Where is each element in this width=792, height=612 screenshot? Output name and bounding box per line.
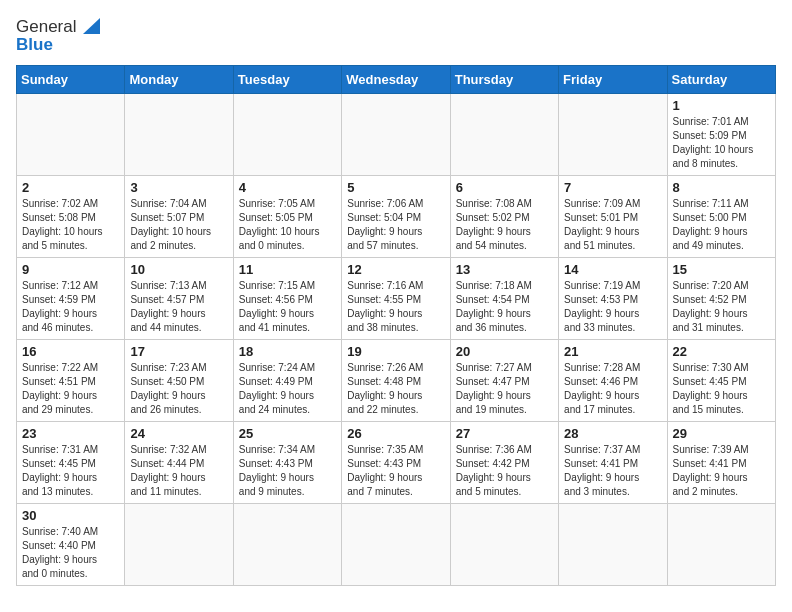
calendar-cell [667,503,775,585]
calendar-cell: 22Sunrise: 7:30 AM Sunset: 4:45 PM Dayli… [667,339,775,421]
calendar-cell: 5Sunrise: 7:06 AM Sunset: 5:04 PM Daylig… [342,175,450,257]
calendar-cell [125,93,233,175]
calendar-cell: 15Sunrise: 7:20 AM Sunset: 4:52 PM Dayli… [667,257,775,339]
dow-header-friday: Friday [559,65,667,93]
calendar-cell: 6Sunrise: 7:08 AM Sunset: 5:02 PM Daylig… [450,175,558,257]
day-number: 30 [22,508,119,523]
calendar-cell: 8Sunrise: 7:11 AM Sunset: 5:00 PM Daylig… [667,175,775,257]
day-number: 15 [673,262,770,277]
day-number: 8 [673,180,770,195]
day-number: 16 [22,344,119,359]
calendar-cell: 26Sunrise: 7:35 AM Sunset: 4:43 PM Dayli… [342,421,450,503]
calendar-cell [233,93,341,175]
day-info: Sunrise: 7:04 AM Sunset: 5:07 PM Dayligh… [130,197,227,253]
day-number: 23 [22,426,119,441]
day-info: Sunrise: 7:39 AM Sunset: 4:41 PM Dayligh… [673,443,770,499]
day-info: Sunrise: 7:40 AM Sunset: 4:40 PM Dayligh… [22,525,119,581]
calendar-cell: 1Sunrise: 7:01 AM Sunset: 5:09 PM Daylig… [667,93,775,175]
day-number: 20 [456,344,553,359]
calendar-cell: 28Sunrise: 7:37 AM Sunset: 4:41 PM Dayli… [559,421,667,503]
day-number: 5 [347,180,444,195]
calendar-cell: 4Sunrise: 7:05 AM Sunset: 5:05 PM Daylig… [233,175,341,257]
calendar-table: SundayMondayTuesdayWednesdayThursdayFrid… [16,65,776,586]
svg-marker-0 [83,18,100,34]
logo-triangle-icon [78,16,100,38]
calendar-cell: 12Sunrise: 7:16 AM Sunset: 4:55 PM Dayli… [342,257,450,339]
day-number: 13 [456,262,553,277]
calendar-cell: 14Sunrise: 7:19 AM Sunset: 4:53 PM Dayli… [559,257,667,339]
calendar-cell: 27Sunrise: 7:36 AM Sunset: 4:42 PM Dayli… [450,421,558,503]
day-info: Sunrise: 7:19 AM Sunset: 4:53 PM Dayligh… [564,279,661,335]
dow-header-thursday: Thursday [450,65,558,93]
day-info: Sunrise: 7:16 AM Sunset: 4:55 PM Dayligh… [347,279,444,335]
day-info: Sunrise: 7:28 AM Sunset: 4:46 PM Dayligh… [564,361,661,417]
logo-blue: Blue [16,36,100,55]
calendar-cell: 13Sunrise: 7:18 AM Sunset: 4:54 PM Dayli… [450,257,558,339]
day-number: 6 [456,180,553,195]
calendar-cell [17,93,125,175]
day-info: Sunrise: 7:08 AM Sunset: 5:02 PM Dayligh… [456,197,553,253]
calendar-cell [342,503,450,585]
logo-container: General Blue [16,16,100,55]
dow-header-saturday: Saturday [667,65,775,93]
day-number: 3 [130,180,227,195]
calendar-cell: 10Sunrise: 7:13 AM Sunset: 4:57 PM Dayli… [125,257,233,339]
day-info: Sunrise: 7:34 AM Sunset: 4:43 PM Dayligh… [239,443,336,499]
dow-header-tuesday: Tuesday [233,65,341,93]
day-number: 1 [673,98,770,113]
calendar-cell [233,503,341,585]
calendar-cell: 11Sunrise: 7:15 AM Sunset: 4:56 PM Dayli… [233,257,341,339]
day-info: Sunrise: 7:22 AM Sunset: 4:51 PM Dayligh… [22,361,119,417]
day-info: Sunrise: 7:37 AM Sunset: 4:41 PM Dayligh… [564,443,661,499]
calendar-cell [450,503,558,585]
day-number: 18 [239,344,336,359]
day-number: 12 [347,262,444,277]
logo-general: General [16,18,76,37]
day-number: 9 [22,262,119,277]
day-number: 25 [239,426,336,441]
day-info: Sunrise: 7:31 AM Sunset: 4:45 PM Dayligh… [22,443,119,499]
day-info: Sunrise: 7:02 AM Sunset: 5:08 PM Dayligh… [22,197,119,253]
calendar-cell: 29Sunrise: 7:39 AM Sunset: 4:41 PM Dayli… [667,421,775,503]
day-info: Sunrise: 7:12 AM Sunset: 4:59 PM Dayligh… [22,279,119,335]
day-info: Sunrise: 7:24 AM Sunset: 4:49 PM Dayligh… [239,361,336,417]
day-info: Sunrise: 7:20 AM Sunset: 4:52 PM Dayligh… [673,279,770,335]
day-number: 22 [673,344,770,359]
calendar-cell: 3Sunrise: 7:04 AM Sunset: 5:07 PM Daylig… [125,175,233,257]
day-number: 19 [347,344,444,359]
day-number: 29 [673,426,770,441]
calendar-cell: 9Sunrise: 7:12 AM Sunset: 4:59 PM Daylig… [17,257,125,339]
day-number: 11 [239,262,336,277]
day-info: Sunrise: 7:27 AM Sunset: 4:47 PM Dayligh… [456,361,553,417]
calendar-cell: 16Sunrise: 7:22 AM Sunset: 4:51 PM Dayli… [17,339,125,421]
day-number: 24 [130,426,227,441]
dow-header-monday: Monday [125,65,233,93]
calendar-cell: 18Sunrise: 7:24 AM Sunset: 4:49 PM Dayli… [233,339,341,421]
day-number: 2 [22,180,119,195]
day-info: Sunrise: 7:05 AM Sunset: 5:05 PM Dayligh… [239,197,336,253]
day-number: 26 [347,426,444,441]
day-info: Sunrise: 7:32 AM Sunset: 4:44 PM Dayligh… [130,443,227,499]
calendar-cell: 2Sunrise: 7:02 AM Sunset: 5:08 PM Daylig… [17,175,125,257]
calendar-cell [125,503,233,585]
calendar-cell: 21Sunrise: 7:28 AM Sunset: 4:46 PM Dayli… [559,339,667,421]
day-info: Sunrise: 7:35 AM Sunset: 4:43 PM Dayligh… [347,443,444,499]
dow-header-wednesday: Wednesday [342,65,450,93]
day-info: Sunrise: 7:30 AM Sunset: 4:45 PM Dayligh… [673,361,770,417]
logo: General Blue [16,16,100,55]
day-number: 10 [130,262,227,277]
day-number: 17 [130,344,227,359]
calendar-cell: 19Sunrise: 7:26 AM Sunset: 4:48 PM Dayli… [342,339,450,421]
calendar-cell: 30Sunrise: 7:40 AM Sunset: 4:40 PM Dayli… [17,503,125,585]
calendar-cell: 7Sunrise: 7:09 AM Sunset: 5:01 PM Daylig… [559,175,667,257]
day-number: 27 [456,426,553,441]
day-number: 4 [239,180,336,195]
day-info: Sunrise: 7:13 AM Sunset: 4:57 PM Dayligh… [130,279,227,335]
dow-header-sunday: Sunday [17,65,125,93]
day-info: Sunrise: 7:36 AM Sunset: 4:42 PM Dayligh… [456,443,553,499]
calendar-cell [559,503,667,585]
calendar-cell: 17Sunrise: 7:23 AM Sunset: 4:50 PM Dayli… [125,339,233,421]
calendar-cell: 25Sunrise: 7:34 AM Sunset: 4:43 PM Dayli… [233,421,341,503]
calendar-cell: 23Sunrise: 7:31 AM Sunset: 4:45 PM Dayli… [17,421,125,503]
day-info: Sunrise: 7:09 AM Sunset: 5:01 PM Dayligh… [564,197,661,253]
